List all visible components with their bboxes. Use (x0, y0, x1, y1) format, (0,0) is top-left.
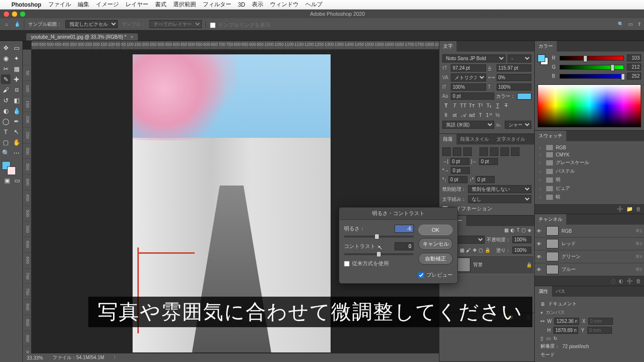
smallcaps-icon[interactable]: Tᴛ (468, 102, 476, 109)
g-slider[interactable] (560, 65, 624, 70)
sample-size-select[interactable]: 指定したピクセル (65, 20, 118, 28)
brightness-slider[interactable] (344, 236, 414, 238)
contrast-input[interactable] (395, 242, 414, 250)
font-size-input[interactable] (451, 64, 486, 72)
menu-image[interactable]: イメージ (96, 0, 119, 9)
app-name[interactable]: Photoshop (11, 1, 42, 8)
info-chevron-icon[interactable]: 〉 (114, 354, 118, 361)
lock-pos-icon[interactable]: ✥ (473, 248, 477, 253)
lock-trans-icon[interactable]: ▦ (460, 248, 464, 253)
swatch-folder[interactable]: ›CMYK (538, 151, 641, 158)
fill-input[interactable] (512, 247, 531, 254)
move-tool[interactable]: ✥ (1, 43, 10, 52)
save-sel-icon[interactable]: ◐ (619, 278, 623, 284)
lang-select[interactable]: 英語 (米国) (442, 121, 494, 129)
share-icon[interactable]: ⇪ (637, 21, 641, 27)
lock-nest-icon[interactable]: ▢ (478, 248, 483, 253)
close-tab-icon[interactable]: × (131, 34, 134, 40)
marquee-tool[interactable]: ▭ (12, 43, 21, 52)
indent-right-input[interactable] (479, 158, 498, 165)
eyedropper-tool[interactable]: ✎ (1, 74, 10, 84)
justify-all-icon[interactable] (511, 147, 519, 156)
allcaps-icon[interactable]: TT (459, 102, 467, 109)
new-group-icon[interactable]: 📁 (626, 206, 633, 212)
visibility-icon[interactable]: 👁 (537, 228, 543, 234)
swatch-folder[interactable]: ›グレースケール (538, 158, 641, 167)
align-center-icon[interactable] (453, 147, 461, 156)
foreground-swatch[interactable] (2, 161, 10, 170)
subscript-icon[interactable]: T₁ (485, 102, 493, 109)
lock-all-icon[interactable]: 🔒 (485, 248, 490, 253)
menu-3d[interactable]: 3D (238, 1, 245, 8)
tab-character[interactable]: 文字 (439, 41, 457, 52)
justify-center-icon[interactable] (490, 147, 499, 156)
channel-row[interactable]: 👁グリーン⌘4 (535, 250, 644, 263)
tab-paragraph[interactable]: 段落 (439, 134, 457, 145)
indent-first-input[interactable] (451, 167, 470, 174)
superscript-icon[interactable]: T¹ (477, 102, 484, 109)
space-after-input[interactable] (476, 176, 495, 183)
color-swatches[interactable] (1, 158, 21, 175)
dodge-tool[interactable]: ◯ (1, 116, 10, 126)
align-right-icon[interactable] (463, 147, 472, 156)
baseline-input[interactable] (451, 93, 494, 100)
swash-icon[interactable]: 𝒜 (459, 111, 467, 119)
color-spectrum[interactable] (538, 84, 641, 127)
crop-tool[interactable]: ✂ (1, 64, 10, 73)
visibility-icon[interactable]: 👁 (537, 241, 543, 247)
tab-color[interactable]: カラー (535, 41, 557, 52)
brush-tool[interactable]: 🖌 (1, 85, 10, 94)
kumi-select[interactable]: なし (468, 195, 531, 203)
filter-type-icon[interactable]: T (517, 228, 519, 233)
document-tab[interactable]: youtube_f4_anime01.jpg @ 33.3% (RGB/8) *… (26, 33, 138, 41)
quickmask-icon[interactable]: ▣ (3, 176, 11, 185)
heal-tool[interactable]: ✚ (12, 74, 21, 84)
hscale-input[interactable] (497, 83, 532, 91)
text-color-chip[interactable] (517, 93, 531, 100)
menu-filter[interactable]: フィルター (203, 0, 231, 9)
wand-tool[interactable]: ✦ (12, 53, 21, 63)
zoom-tool[interactable]: 🔍 (1, 148, 10, 157)
channel-row[interactable]: 👁レッド⌘3 (535, 238, 644, 250)
frac-icon[interactable]: ½ (494, 111, 501, 119)
lock-paint-icon[interactable]: 🖌 (466, 248, 471, 253)
zoom-level[interactable]: 33.33% (27, 355, 43, 361)
sample-ring-checkbox[interactable] (210, 22, 216, 28)
preview-checkbox[interactable] (418, 272, 424, 278)
tab-properties[interactable]: 属性 (535, 286, 552, 297)
menu-type[interactable]: 書式 (155, 0, 166, 9)
vscale-input[interactable] (451, 83, 486, 91)
orient-land-icon[interactable]: ▭ (546, 336, 551, 341)
indent-left-input[interactable] (450, 158, 469, 165)
visibility-icon[interactable]: 👁 (537, 267, 543, 272)
blur-tool[interactable]: 💧 (12, 106, 21, 115)
prohibit-select[interactable]: 禁則を使用しない (468, 185, 531, 193)
menu-file[interactable]: ファイル (48, 0, 71, 9)
edit-toolbar[interactable]: ⋯ (12, 148, 21, 157)
auto-button[interactable]: 自動補正 (418, 253, 453, 265)
menu-select[interactable]: 選択範囲 (173, 0, 196, 9)
legacy-checkbox[interactable] (344, 261, 350, 267)
load-sel-icon[interactable]: ◌ (611, 278, 616, 284)
strike-icon[interactable]: T (502, 102, 510, 109)
eyedropper-tool-icon[interactable]: 💧 (14, 21, 20, 27)
rotate-icon[interactable]: ↻ (553, 336, 557, 341)
stamp-tool[interactable]: ⧈ (12, 85, 21, 94)
x-input[interactable] (588, 318, 613, 325)
g-input[interactable] (627, 63, 641, 71)
tab-para-style[interactable]: 段落スタイル (457, 134, 493, 145)
filter-adj-icon[interactable]: ◐ (510, 228, 515, 233)
tab-char-style[interactable]: 文字スタイル (493, 134, 529, 145)
space-before-input[interactable] (448, 176, 467, 183)
opacity-input[interactable] (512, 236, 531, 243)
contrast-slider[interactable] (344, 253, 414, 255)
trash-channel-icon[interactable]: 🗑 (636, 278, 641, 284)
shape-tool[interactable]: ▢ (1, 137, 10, 147)
visibility-icon[interactable]: 👁 (537, 254, 543, 259)
tab-paths[interactable]: パス (552, 286, 569, 297)
font-style-select[interactable]: - (508, 54, 531, 62)
swatch-folder[interactable]: ›明 (538, 176, 641, 184)
menu-help[interactable]: ヘルプ (305, 0, 322, 9)
search-icon[interactable]: 🔍 (618, 21, 623, 27)
link-wh-icon[interactable]: ⚯ (540, 319, 544, 324)
